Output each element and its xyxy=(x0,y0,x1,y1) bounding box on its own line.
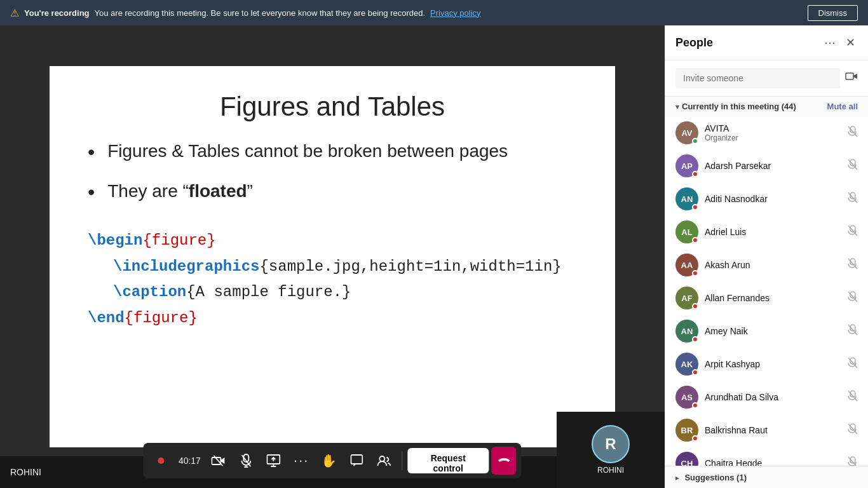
mute-icon xyxy=(848,324,858,338)
people-icon xyxy=(377,455,391,466)
person-name: Balkrishna Raut xyxy=(705,425,841,435)
privacy-link[interactable]: Privacy policy xyxy=(430,8,480,18)
avatar: AN xyxy=(675,320,698,342)
mute-icon xyxy=(848,456,858,466)
main-area: Figures and Tables • Figures & Tables ca… xyxy=(0,25,868,488)
ellipsis-icon: ··· xyxy=(294,452,309,469)
call-timer: 40:17 xyxy=(176,456,203,466)
person-info: Arpit Kashyap xyxy=(705,359,841,369)
code-begin: \begin xyxy=(88,232,142,249)
person-name: Adarsh Parsekar xyxy=(705,161,841,171)
mute-all-button[interactable]: Mute all xyxy=(827,102,858,111)
list-item: AKArpit Kashyap xyxy=(665,348,868,381)
code-caption: \caption xyxy=(113,283,186,301)
svg-point-12 xyxy=(380,456,385,461)
status-dot xyxy=(692,138,698,144)
status-dot xyxy=(692,204,698,210)
avatar: AL xyxy=(675,220,698,243)
slide-title: Figures and Tables xyxy=(88,92,577,122)
end-call-button[interactable] xyxy=(491,447,517,475)
avatar: AK xyxy=(675,353,698,376)
invite-section xyxy=(665,60,868,97)
request-control-button[interactable]: Request control xyxy=(407,448,489,473)
mute-icon xyxy=(848,357,858,371)
person-info: Akash Arun xyxy=(705,260,841,270)
person-info: Balkrishna Raut xyxy=(705,425,841,435)
end-call-icon xyxy=(497,456,511,465)
panel-title: People xyxy=(675,36,817,50)
bullet-1-text: Figures & Tables cannot be broken betwee… xyxy=(107,141,508,161)
invite-input[interactable] xyxy=(675,68,840,88)
banner-left: ⚠ You're recording You are recording thi… xyxy=(10,7,481,19)
people-button[interactable] xyxy=(372,447,397,475)
suggestions-chevron-icon: ▸ xyxy=(675,473,679,482)
banner-message: You are recording this meeting. Be sure … xyxy=(95,8,426,18)
microphone-icon xyxy=(240,454,252,468)
list-item: APAdarsh Parsekar xyxy=(665,149,868,182)
record-button[interactable] xyxy=(148,447,173,475)
person-name: Chaitra Hegde xyxy=(705,458,841,466)
dismiss-button[interactable]: Dismiss xyxy=(808,5,858,21)
panel-close-button[interactable]: ✕ xyxy=(843,33,858,52)
avatar: AF xyxy=(675,287,698,309)
status-dot xyxy=(692,336,698,342)
person-info: Adriel Luis xyxy=(705,227,841,237)
recording-banner: ⚠ You're recording You are recording thi… xyxy=(0,0,868,25)
mute-icon xyxy=(848,291,858,305)
svg-rect-13 xyxy=(846,73,853,79)
person-name: Aditi Nasnodkar xyxy=(705,194,841,204)
list-item: CHChaitra Hegde xyxy=(665,447,868,466)
suggestions-title: Suggestions (1) xyxy=(684,473,747,482)
status-dot xyxy=(692,303,698,309)
camera-button[interactable] xyxy=(206,447,231,475)
rohini-name-label: ROHINI xyxy=(597,466,624,475)
list-item: AFAllan Fernandes xyxy=(665,281,868,315)
list-item: BRBalkrishna Raut xyxy=(665,414,868,447)
avatar: CH xyxy=(675,452,698,466)
code-includegraphics: \includegraphics xyxy=(113,258,259,275)
control-bar: 40:17 xyxy=(143,443,521,478)
list-item: ANAditi Nasnodkar xyxy=(665,182,868,215)
hand-icon: ✋ xyxy=(321,453,337,468)
avatar: AN xyxy=(675,187,698,210)
control-separator xyxy=(402,451,403,470)
share-button[interactable] xyxy=(261,447,287,475)
mute-icon xyxy=(848,159,858,173)
code-end: \end xyxy=(88,309,125,327)
rohini-avatar: R xyxy=(592,425,630,463)
more-options-button[interactable]: ··· xyxy=(288,447,314,475)
slide-bullet-1: • Figures & Tables cannot be broken betw… xyxy=(88,141,577,163)
person-name: Allan Fernandes xyxy=(705,293,841,303)
person-info: Amey Naik xyxy=(705,326,841,336)
status-dot xyxy=(692,435,698,442)
people-panel: People ⋯ ✕ ▾ Currently in this meeting (… xyxy=(665,25,868,488)
code-figure-1: {figure} xyxy=(142,232,215,249)
list-item: ALAdriel Luis xyxy=(665,215,868,248)
person-role: Organizer xyxy=(705,133,841,142)
mute-icon xyxy=(848,126,858,140)
person-name: Adriel Luis xyxy=(705,227,841,237)
list-item: ASArundhati Da Silva xyxy=(665,381,868,414)
list-item: AVAVITAOrganizer xyxy=(665,116,868,149)
person-name: Akash Arun xyxy=(705,260,841,270)
person-name: AVITA xyxy=(705,123,841,133)
chat-button[interactable] xyxy=(344,447,370,475)
slide-container: Figures and Tables • Figures & Tables ca… xyxy=(50,66,615,447)
chevron-down-icon: ▾ xyxy=(675,102,679,111)
raise-hand-button[interactable]: ✋ xyxy=(316,447,342,475)
code-includegraphics-args: {sample.jpg,height=1in,width=1in} xyxy=(259,258,561,275)
avatar: AV xyxy=(675,121,698,144)
recording-bold-label: You're recording xyxy=(24,8,90,18)
slide-area: Figures and Tables • Figures & Tables ca… xyxy=(0,25,665,488)
svg-rect-11 xyxy=(351,455,362,464)
people-list: AVAVITAOrganizerAPAdarsh ParsekarANAditi… xyxy=(665,116,868,466)
code-caption-args: {A sample figure.} xyxy=(186,283,351,301)
chat-icon xyxy=(350,454,363,467)
camera-icon xyxy=(212,455,226,466)
person-name: Amey Naik xyxy=(705,326,841,336)
mute-button[interactable] xyxy=(233,447,259,475)
invite-video-button[interactable] xyxy=(845,72,858,85)
status-dot xyxy=(692,171,698,177)
list-item: ANAmey Naik xyxy=(665,315,868,348)
panel-more-button[interactable]: ⋯ xyxy=(822,33,838,52)
